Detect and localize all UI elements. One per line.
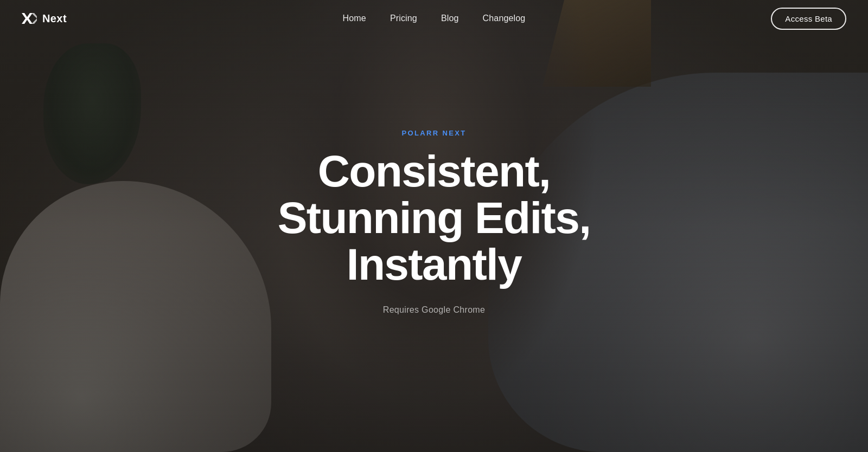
logo-link[interactable]: Next [22, 12, 67, 25]
hero-headline: Consistent, Stunning Edits, Instantly [217, 148, 651, 288]
logo-text: Next [42, 12, 67, 25]
nav-link-pricing[interactable]: Pricing [390, 14, 417, 23]
nav-link-changelog[interactable]: Changelog [483, 14, 526, 23]
nav-links: Home Pricing Blog Changelog [343, 14, 526, 23]
hero-eyebrow: POLARR NEXT [217, 129, 651, 137]
navbar: Next Home Pricing Blog Changelog Access … [0, 0, 868, 37]
hero-subtext: Requires Google Chrome [217, 306, 651, 315]
hero-headline-line1: Consistent, [318, 146, 550, 196]
nav-link-home[interactable]: Home [343, 14, 366, 23]
hero-section: Next Home Pricing Blog Changelog Access … [0, 0, 868, 452]
nav-link-blog[interactable]: Blog [441, 14, 459, 23]
logo-icon [22, 13, 37, 24]
hero-headline-line3: Instantly [347, 240, 521, 289]
access-beta-button[interactable]: Access Beta [771, 8, 846, 30]
hero-content: POLARR NEXT Consistent, Stunning Edits, … [217, 129, 651, 315]
hero-headline-line2: Stunning Edits, [278, 193, 591, 243]
